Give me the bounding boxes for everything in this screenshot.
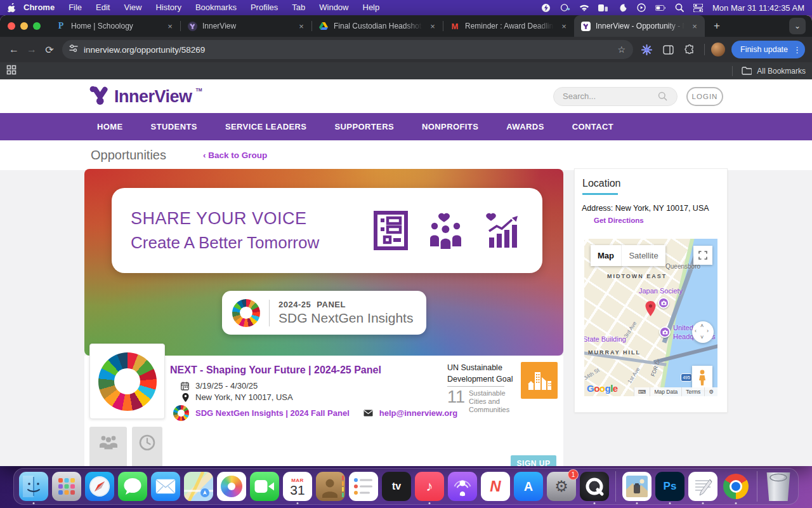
dock-mail-icon[interactable] [151,472,180,501]
apple-menu-icon[interactable] [6,3,16,13]
google-map[interactable]: Queensboro MIDTOWN EAST Japan Society 3r… [584,239,717,396]
email-link[interactable]: help@innerview.org [379,408,457,418]
menu-view[interactable]: View [117,0,148,15]
browser-menu-kebab-icon[interactable]: ⋮ [793,45,801,55]
dock-photoshop-icon[interactable]: Ps [655,472,684,501]
tab-innerview-opportunity-active[interactable]: InnerView - Opportunity - NE × [574,15,705,37]
menu-history[interactable]: History [148,0,188,15]
spotlight-search-icon[interactable] [674,3,684,13]
dock-finder-icon[interactable] [19,472,48,501]
nav-awards[interactable]: AWARDS [506,122,544,131]
login-button[interactable]: LOGIN [686,87,723,106]
site-settings-icon[interactable] [69,43,79,56]
map-settings-gear-icon[interactable]: ⚙ [704,387,717,396]
street-view-pegman[interactable] [692,366,712,390]
innerview-logo[interactable]: InnerView TM [89,85,202,108]
sign-up-button[interactable]: SIGN UP [511,455,556,466]
dock-photos-icon[interactable] [217,472,246,501]
menubar-clock[interactable]: Mon Mar 31 11:42:35 AM [712,3,804,13]
tab-innerview[interactable]: InnerView × [181,15,311,37]
sparkle-ai-icon[interactable] [638,41,655,58]
menu-file[interactable]: File [62,0,89,15]
nav-contact[interactable]: CONTACT [572,122,613,131]
apps-grid-icon[interactable] [6,65,16,77]
tab-search-chevron-icon[interactable]: ⌄ [789,18,806,34]
map-button[interactable]: Map [591,245,621,266]
search-input[interactable] [563,91,658,101]
dock-appletv-icon[interactable]: tv [382,472,411,501]
display-icon[interactable] [598,3,608,13]
back-to-group-link[interactable]: ‹ Back to Group [203,150,267,160]
keyboard-shortcuts-icon[interactable]: ⌨ [634,387,650,396]
un-poi-icon[interactable] [659,326,671,338]
satellite-button[interactable]: Satellite [621,245,665,266]
tab-close-icon[interactable]: × [165,22,175,31]
tab-close-icon[interactable]: × [690,22,700,31]
menu-tab[interactable]: Tab [285,0,312,15]
dock-podcasts-icon[interactable] [448,472,477,501]
tab-drive-headshots[interactable]: Final Custodian Headshots - ( × [312,15,443,37]
dock-contacts-icon[interactable] [316,472,345,501]
dock-quicktime-icon[interactable] [580,472,609,501]
menu-bookmarks[interactable]: Bookmarks [188,0,244,15]
dock-music-icon[interactable]: ♪ [415,472,444,501]
nav-service-leaders[interactable]: SERVICE LEADERS [225,122,307,131]
dock-textedit-icon[interactable] [688,472,717,501]
profile-avatar[interactable] [711,43,725,57]
minimize-window-button[interactable] [20,22,28,30]
dock-messages-icon[interactable] [118,472,147,501]
search-icon[interactable] [658,91,667,101]
museum-poi-icon[interactable] [658,297,669,309]
back-button[interactable]: ← [5,41,23,58]
url-text[interactable]: innerview.org/opportunity/58269 [84,45,617,55]
tab-close-icon[interactable]: × [296,22,306,31]
battery-icon[interactable] [655,3,665,13]
map-pin-marker[interactable] [645,301,656,316]
tab-gmail-reminder[interactable]: M Reminder : Award Deadline 4/ × [443,15,574,37]
dock-maps-icon[interactable] [184,472,213,501]
tab-close-icon[interactable]: × [428,22,438,31]
side-panel-icon[interactable] [660,41,676,58]
extensions-puzzle-icon[interactable] [681,41,698,58]
opportunity-thumbnail[interactable] [89,344,165,419]
close-window-button[interactable] [8,22,15,30]
dock-news-icon[interactable]: N [481,472,510,501]
menu-profiles[interactable]: Profiles [244,0,285,15]
menu-window[interactable]: Window [312,0,355,15]
wifi-icon[interactable] [579,3,589,13]
dock-image-file-icon[interactable] [622,472,652,501]
bookmark-star-icon[interactable]: ☆ [617,44,627,55]
nav-supporters[interactable]: SUPPORTERS [334,122,394,131]
dock-chrome-icon[interactable] [721,472,750,501]
finish-update-button[interactable]: Finish update ⋮ [731,41,805,58]
nav-nonprofits[interactable]: NONPROFITS [422,122,478,131]
focus-moon-icon[interactable] [617,3,627,13]
site-search[interactable] [553,87,678,106]
address-bar[interactable]: innerview.org/opportunity/58269 ☆ [62,40,633,59]
dock-settings-icon[interactable]: ⚙ 1 [547,472,576,501]
status-sync-icon[interactable] [560,3,570,13]
dock-appstore-icon[interactable]: A [514,472,543,501]
status-bolt-icon[interactable] [541,3,551,13]
forward-button[interactable]: → [23,41,41,58]
nav-students[interactable]: STUDENTS [151,122,197,131]
menu-app-name[interactable]: Chrome [16,0,62,15]
map-data-link[interactable]: Map Data [650,387,681,396]
new-tab-button[interactable]: + [705,20,729,32]
all-bookmarks-button[interactable]: All Bookmarks [732,66,806,76]
dock-trash-icon[interactable] [764,472,793,501]
fullscreen-button[interactable] [693,246,712,265]
get-directions-link[interactable]: Get Directions [594,217,727,224]
menu-help[interactable]: Help [356,0,387,15]
tab-schoology[interactable]: P Home | Schoology × [49,15,180,37]
zoom-window-button[interactable] [33,22,41,30]
control-center-icon[interactable] [693,3,704,13]
menu-edit[interactable]: Edit [89,0,117,15]
reload-button[interactable]: ⟳ [41,41,58,58]
dock-launchpad-icon[interactable] [52,472,81,501]
group-link[interactable]: SDG NextGen Insights | 2024 Fall Panel [195,408,350,418]
nav-home[interactable]: HOME [97,122,123,131]
terms-link[interactable]: Terms [681,387,704,396]
dock-facetime-icon[interactable] [250,472,279,501]
dock-calendar-icon[interactable]: MAR 31 [283,472,312,501]
